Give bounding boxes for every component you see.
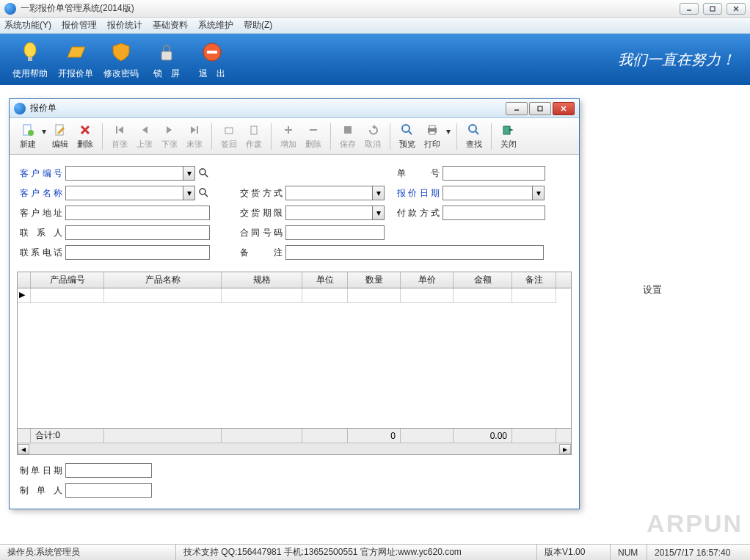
svg-rect-5 [28,57,32,61]
delivery-input[interactable] [285,186,372,200]
toolbar-save-button: 保存 [335,121,360,151]
contract-no-input[interactable] [285,225,385,240]
menu-item[interactable]: 报价统计 [107,19,142,32]
svg-marker-31 [372,125,375,129]
version-label: 版本V1.00 [537,545,611,560]
menu-item[interactable]: 系统维护 [198,19,233,32]
svg-point-4 [24,43,36,57]
slogan-text: 我们一直在努力！ [618,50,735,70]
grid-col-header[interactable]: 备注 [512,272,556,288]
dialog-maximize-button[interactable] [529,102,551,115]
items-grid: 产品编号产品名称规格单位数量单价金额备注 ▶ 合计:000.00 ◂ ▸ [17,272,572,455]
help-button[interactable]: 使用帮助 [7,40,53,80]
main-maximize-button[interactable] [703,3,722,15]
dropdown-button[interactable]: ▾ [532,186,545,200]
toolbar-minus-button: 删除 [301,121,326,151]
grid-col-header[interactable]: 单位 [302,272,348,288]
grid-col-header[interactable]: 金额 [454,272,512,288]
scroll-left-button[interactable]: ◂ [18,444,29,454]
new-quote-button[interactable]: 开报价单 [53,40,98,80]
dropdown-arrow[interactable]: ▾ [445,123,452,150]
menu-item[interactable]: 基础资料 [153,19,188,32]
cust-addr-input[interactable] [65,206,210,220]
remark-input[interactable] [285,245,544,260]
toolbar-find-button[interactable]: 查找 [462,121,487,151]
grid-col-header[interactable]: 单价 [401,272,454,288]
toolbar-edit-button[interactable]: 编辑 [48,121,73,151]
dialog-minimize-button[interactable] [506,102,528,115]
cust-name-label[interactable]: 客户名称 [20,187,62,200]
toolbar-preview-button[interactable]: 预览 [395,121,420,151]
main-close-button[interactable] [727,3,746,15]
delivery-term-input[interactable] [285,206,372,220]
dialog-close-button[interactable] [553,102,575,115]
sign-icon [222,123,236,137]
svg-line-38 [476,131,478,134]
grid-scrollbar[interactable]: ◂ ▸ [18,443,571,454]
grid-col-header[interactable]: 数量 [348,272,401,288]
menu-item[interactable]: 系统功能(Y) [4,19,51,32]
cust-name-input[interactable] [65,186,183,200]
dropdown-button[interactable]: ▾ [372,206,385,220]
lock-screen-button[interactable]: 锁 屏 [144,40,189,80]
grid-col-header[interactable]: 产品名称 [104,272,222,288]
dialog-icon [14,103,26,114]
menu-item[interactable]: 报价管理 [62,19,97,32]
exit-button[interactable]: 退 出 [189,40,235,80]
grid-footer-cell [512,429,556,443]
lookup-icon[interactable] [197,186,211,200]
print-icon [425,123,440,137]
svg-rect-11 [538,106,542,111]
dropdown-arrow[interactable]: ▾ [40,123,48,150]
pay-method-input[interactable] [443,206,545,220]
scroll-right-button[interactable]: ▸ [559,444,571,454]
grid-footer-cell [222,429,302,443]
exit-icon [200,40,225,65]
phone-input[interactable] [65,245,210,260]
grid-col-header[interactable] [18,272,31,288]
cust-code-label[interactable]: 客户编号 [20,167,62,180]
svg-marker-23 [191,126,196,134]
phone-label: 联系电话 [20,247,62,259]
svg-point-41 [200,169,205,175]
toolbar-del-button[interactable]: 删除 [73,121,98,151]
svg-rect-7 [161,51,172,60]
dropdown-button[interactable]: ▾ [183,186,195,200]
svg-rect-25 [225,128,233,134]
lookup-icon[interactable] [197,166,211,181]
grid-col-header[interactable]: 产品编号 [31,272,104,288]
svg-point-37 [469,125,476,132]
contact-input[interactable] [65,225,210,240]
toolbar-prev-button: 上张 [132,121,157,151]
grid-body[interactable]: ▶ [18,288,571,428]
toolbar-first-button: 首张 [107,121,132,151]
first-icon [112,123,127,137]
menu-item[interactable]: 帮助(Z) [244,19,272,32]
toolbar-last-button: 末张 [182,121,207,151]
main-minimize-button[interactable] [680,3,699,15]
grid-col-header[interactable]: 规格 [222,272,302,288]
make-date-label: 制单日期 [20,465,62,477]
change-password-button[interactable]: 修改密码 [98,40,144,80]
svg-point-43 [200,189,205,194]
maker-input[interactable] [65,483,152,498]
dropdown-button[interactable]: ▾ [372,186,385,200]
toolbar-close-button[interactable]: 关闭 [496,121,521,151]
bill-no-input[interactable] [443,166,545,181]
make-date-input[interactable] [65,463,152,478]
dropdown-button[interactable]: ▾ [183,166,195,181]
cust-code-input[interactable] [65,166,183,181]
toolbar-plus-button: 增加 [276,121,301,151]
remark-label: 备 注 [240,247,283,259]
svg-line-33 [409,131,412,134]
svg-rect-36 [429,131,435,134]
quote-date-label[interactable]: 报价日期 [397,187,440,200]
svg-rect-1 [710,7,715,11]
grid-footer-cell [401,429,454,443]
quote-date-input[interactable] [443,186,532,200]
grid-footer-cell: 合计:0 [31,429,104,443]
svg-marker-20 [118,126,123,134]
contact-label: 联 系 人 [20,227,62,239]
last-icon [187,123,202,137]
main-toolbar: 使用帮助 开报价单 修改密码 锁 屏 退 出 我们一直在努力！ [0,34,750,85]
